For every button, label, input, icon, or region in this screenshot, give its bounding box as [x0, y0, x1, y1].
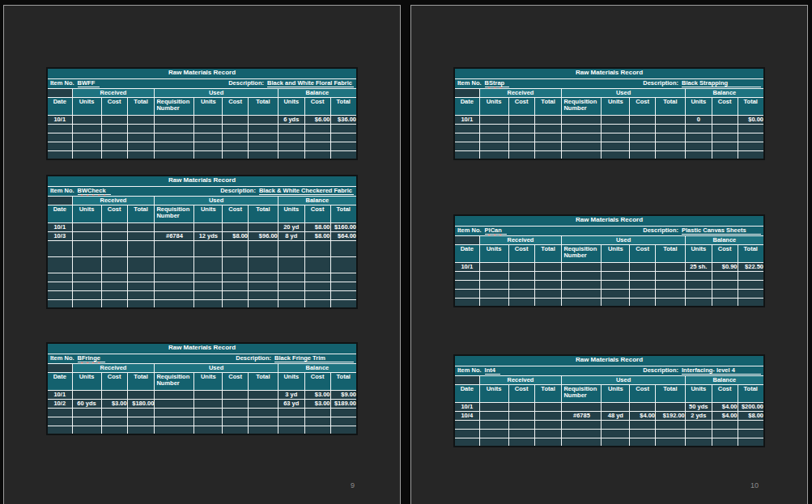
table-cell[interactable] — [127, 299, 155, 308]
table-cell[interactable]: 10/1 — [454, 115, 479, 124]
table-cell[interactable]: $4.00 — [630, 411, 656, 420]
table-cell[interactable] — [602, 124, 630, 133]
table-cell[interactable] — [223, 124, 249, 133]
table-cell[interactable] — [194, 408, 223, 417]
table-cell[interactable] — [656, 150, 686, 159]
table-cell[interactable] — [47, 282, 72, 290]
table-cell[interactable] — [330, 282, 357, 290]
table-cell[interactable]: $200.00 — [738, 402, 764, 411]
column-header[interactable]: Total — [534, 384, 562, 402]
table-cell[interactable] — [194, 417, 223, 426]
table-cell[interactable]: $9.00 — [330, 390, 357, 399]
table-title[interactable]: Raw Materials Record — [47, 68, 357, 78]
table-cell[interactable] — [534, 438, 562, 447]
table-cell[interactable] — [278, 417, 304, 426]
group-header[interactable]: Received — [72, 88, 155, 97]
table-cell[interactable] — [534, 262, 562, 271]
table-cell[interactable]: $3.00 — [101, 399, 127, 408]
table-cell[interactable] — [101, 142, 127, 150]
table-cell[interactable] — [127, 142, 155, 150]
table-cell[interactable] — [278, 124, 304, 133]
group-header[interactable]: Used — [562, 88, 685, 97]
table-cell[interactable] — [194, 290, 223, 299]
table-cell[interactable] — [630, 142, 656, 150]
table-cell[interactable] — [712, 115, 738, 124]
table-cell[interactable] — [479, 150, 508, 159]
column-header[interactable]: Cost — [508, 384, 534, 402]
table-cell[interactable] — [630, 280, 656, 289]
group-header[interactable]: Received — [72, 196, 155, 205]
table-cell[interactable] — [562, 271, 602, 280]
table-cell[interactable] — [127, 115, 155, 124]
table-cell[interactable]: $3.00 — [304, 399, 330, 408]
table-cell[interactable] — [330, 124, 357, 133]
column-header[interactable]: Units — [479, 97, 508, 115]
table-cell[interactable] — [479, 271, 508, 280]
table-cell[interactable] — [127, 390, 155, 399]
table-cell[interactable] — [194, 115, 223, 124]
table-cell[interactable] — [127, 231, 155, 240]
table-cell[interactable] — [562, 289, 602, 298]
description-value[interactable]: Black and White Floral Fabric — [267, 80, 354, 87]
item-description-row[interactable]: Item No.BWCheckDescription:Black & White… — [47, 186, 357, 196]
column-header[interactable]: Units — [602, 244, 630, 262]
table-cell[interactable] — [155, 390, 194, 399]
column-header[interactable]: Total — [127, 205, 155, 222]
table-cell[interactable] — [249, 282, 278, 290]
table-cell[interactable] — [454, 298, 479, 307]
table-cell[interactable] — [738, 133, 764, 142]
table-cell[interactable] — [304, 299, 330, 308]
table-cell[interactable]: $36.00 — [330, 115, 357, 124]
table-cell[interactable] — [194, 426, 223, 434]
column-header[interactable]: Units — [194, 97, 223, 115]
column-header[interactable]: Total — [738, 244, 764, 262]
column-header[interactable]: Cost — [630, 97, 656, 115]
table-cell[interactable] — [249, 133, 278, 142]
table-cell[interactable] — [47, 133, 72, 142]
table-cell[interactable] — [223, 256, 249, 273]
table-cell[interactable] — [249, 299, 278, 308]
description-value[interactable]: Interfacing- level 4 — [682, 367, 761, 375]
table-cell[interactable]: $192.00 — [656, 411, 686, 420]
table-cell[interactable] — [194, 240, 223, 256]
table-cell[interactable] — [685, 271, 712, 280]
table-cell[interactable]: 10/1 — [47, 115, 72, 124]
column-header[interactable]: Requisition Number — [562, 384, 602, 402]
column-header[interactable]: Cost — [630, 244, 656, 262]
table-cell[interactable] — [454, 235, 479, 244]
column-header[interactable]: Cost — [630, 384, 656, 402]
table-cell[interactable]: 8 yd — [278, 231, 304, 240]
table-cell[interactable] — [534, 150, 562, 159]
table-cell[interactable] — [712, 150, 738, 159]
table-cell[interactable] — [454, 429, 479, 438]
table-cell[interactable] — [479, 262, 508, 271]
column-header[interactable]: Units — [479, 384, 508, 402]
table-cell[interactable] — [685, 298, 712, 307]
table-cell[interactable] — [508, 142, 534, 150]
table-cell[interactable] — [155, 133, 194, 142]
table-cell[interactable] — [685, 429, 712, 438]
table-cell[interactable] — [508, 133, 534, 142]
table-cell[interactable] — [127, 133, 155, 142]
column-header[interactable]: Units — [278, 97, 304, 115]
table-cell[interactable] — [738, 142, 764, 150]
table-cell[interactable]: 12 yds — [194, 231, 223, 240]
table-cell[interactable] — [508, 429, 534, 438]
column-header[interactable]: Total — [249, 97, 278, 115]
table-cell[interactable] — [534, 271, 562, 280]
table-cell[interactable]: $189.00 — [330, 399, 357, 408]
table-cell[interactable] — [602, 289, 630, 298]
table-cell[interactable]: $8.00 — [223, 231, 249, 240]
table-cell[interactable] — [630, 429, 656, 438]
column-header[interactable]: Total — [656, 244, 686, 262]
table-cell[interactable]: 10/4 — [454, 411, 479, 420]
table-cell[interactable] — [101, 282, 127, 290]
table-cell[interactable] — [562, 280, 602, 289]
column-header[interactable]: Cost — [223, 97, 249, 115]
table-cell[interactable] — [602, 429, 630, 438]
table-cell[interactable]: 20 yd — [278, 222, 304, 231]
group-header[interactable]: Used — [155, 88, 278, 97]
table-cell[interactable] — [155, 150, 194, 159]
table-cell[interactable] — [47, 273, 72, 282]
table-cell[interactable] — [223, 299, 249, 308]
